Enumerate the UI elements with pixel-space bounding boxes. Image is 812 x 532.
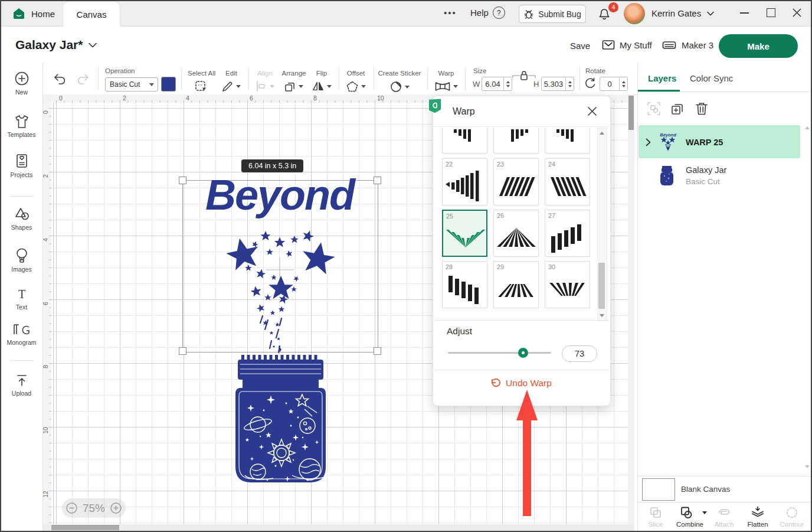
select-all-button[interactable]: Select All [188, 67, 215, 93]
tab-color-sync[interactable]: Color Sync [690, 73, 733, 83]
layer-name: Galaxy Jar [686, 165, 726, 175]
minimize-button[interactable] [740, 12, 749, 14]
warp-button[interactable]: Warp [432, 67, 460, 92]
sidebar-item-upload[interactable]: Upload [1, 373, 42, 397]
save-button[interactable]: Save [570, 41, 590, 51]
contour-button[interactable]: Contour [775, 506, 809, 528]
attach-button[interactable]: Attach [707, 506, 741, 528]
color-swatch[interactable] [161, 77, 176, 92]
sidebar-item-label: Templates [1, 131, 42, 138]
operation-label: Operation [105, 67, 135, 74]
home-tab[interactable]: Home [6, 1, 66, 26]
adjust-slider[interactable] [448, 352, 551, 354]
sidebar-item-monogram[interactable]: Monogram [1, 322, 42, 346]
zoom-out-button[interactable] [66, 502, 78, 514]
select-all-icon [195, 80, 208, 93]
layers-scroll-down-icon[interactable] [805, 465, 810, 468]
layer-row-warp25[interactable]: Beyond WARP 25 [639, 125, 800, 158]
width-stepper[interactable] [503, 77, 512, 90]
warp-style-25-selected[interactable]: 25 [442, 210, 487, 257]
warp-style-24[interactable]: 24 [545, 158, 590, 205]
flatten-button[interactable]: Flatten [741, 506, 775, 528]
rotate-icon[interactable] [584, 77, 596, 89]
height-stepper[interactable] [565, 77, 574, 90]
user-menu[interactable]: Kerrin Gates [651, 8, 714, 18]
sidebar-item-templates[interactable]: Templates [1, 115, 42, 138]
rotate-input[interactable] [600, 77, 628, 91]
height-input[interactable] [541, 77, 574, 91]
machine-selector[interactable]: Maker 3 [662, 38, 713, 51]
rotate-stepper[interactable] [619, 77, 627, 90]
adjust-value-box[interactable]: 73 [562, 345, 597, 362]
warp-style-29[interactable]: 29 [493, 261, 539, 308]
chevron-right-icon[interactable] [646, 138, 651, 146]
warp-style-27[interactable]: 27 [545, 210, 590, 257]
sidebar-item-projects[interactable]: Projects [1, 154, 42, 178]
undo-warp-button[interactable]: Undo Warp [433, 378, 610, 389]
layers-scroll-up-icon[interactable] [805, 126, 810, 129]
more-menu-button[interactable]: ••• [444, 8, 457, 18]
redo-button[interactable] [76, 73, 90, 85]
adjust-slider-thumb[interactable] [518, 348, 528, 358]
width-input[interactable] [482, 77, 512, 91]
flip-button[interactable]: Flip [310, 67, 333, 92]
star-burst-design[interactable] [187, 229, 376, 354]
create-sticker-button[interactable]: Create Sticker [376, 67, 423, 93]
make-button[interactable]: Make [719, 34, 798, 58]
edit-button[interactable]: Edit [220, 67, 243, 92]
sidebar-item-new[interactable]: New [1, 71, 42, 96]
vertical-scrollbar[interactable] [628, 94, 634, 524]
warp-scrollbar[interactable] [597, 128, 607, 321]
notifications-button[interactable]: 4 [597, 6, 615, 24]
warp-style-30[interactable]: 30 [545, 261, 590, 308]
slice-button[interactable]: Slice [639, 506, 673, 528]
align-button[interactable]: Align [253, 67, 277, 92]
my-stuff-button[interactable]: My Stuff [602, 38, 652, 51]
close-window-button[interactable] [793, 8, 801, 17]
submit-bug-button[interactable]: Submit Bug [519, 5, 586, 23]
project-title-menu[interactable]: Galaxy Jar* [15, 38, 97, 52]
height-value[interactable] [542, 80, 565, 89]
help-button[interactable]: Help ? [470, 6, 505, 19]
warp-style-28[interactable]: 28 [442, 261, 487, 308]
sidebar-item-text[interactable]: T Text [1, 288, 42, 311]
vertical-scrollbar-thumb[interactable] [628, 96, 634, 130]
warp-style-23[interactable]: 23 [493, 158, 539, 205]
design-text[interactable]: Beyond [181, 174, 378, 216]
duplicate-button[interactable] [670, 102, 685, 116]
scroll-up-arrow-icon[interactable] [600, 132, 604, 135]
warp-scrollbar-thumb[interactable] [598, 263, 605, 309]
scroll-down-arrow-icon[interactable] [600, 314, 604, 317]
warp-style-26[interactable]: 26 [493, 210, 539, 257]
tab-layers[interactable]: Layers [648, 73, 676, 83]
blank-canvas-row[interactable]: Blank Canvas [639, 476, 811, 502]
warp-style-thumb-partial[interactable] [493, 128, 539, 154]
warp-style-22[interactable]: 22 [442, 158, 487, 205]
canvas-tab[interactable]: Canvas [63, 1, 120, 27]
offset-button[interactable]: Offset [342, 67, 369, 92]
avatar[interactable] [624, 3, 645, 24]
arrange-button[interactable]: Arrange [279, 67, 309, 92]
combine-button[interactable]: Combine [673, 506, 707, 528]
sidebar-item-images[interactable]: Images [1, 248, 42, 273]
envelope-icon [602, 38, 615, 51]
size-lock-icon[interactable] [512, 70, 536, 81]
galaxy-jar-design[interactable] [234, 354, 327, 484]
warp-style-thumb-partial[interactable] [545, 128, 590, 154]
close-icon[interactable] [587, 106, 597, 116]
zoom-in-button[interactable] [110, 502, 122, 514]
sidebar-item-shapes[interactable]: Shapes [1, 207, 42, 231]
layer-row-galaxy-jar[interactable]: Galaxy Jar Basic Cut [639, 159, 800, 192]
selection-handle[interactable] [179, 347, 186, 355]
width-value[interactable] [482, 80, 503, 89]
group-button[interactable] [647, 102, 661, 116]
warp-style-thumb-partial[interactable] [442, 128, 487, 154]
horizontal-scrollbar-thumb[interactable] [51, 525, 119, 530]
layer-name: WARP 25 [686, 138, 723, 147]
operation-select[interactable]: Basic Cut [105, 77, 158, 92]
delete-button[interactable] [695, 102, 708, 116]
maximize-button[interactable] [767, 8, 775, 17]
horizontal-scrollbar[interactable] [43, 524, 634, 531]
undo-button[interactable] [53, 73, 67, 85]
rotate-value[interactable] [600, 80, 619, 89]
